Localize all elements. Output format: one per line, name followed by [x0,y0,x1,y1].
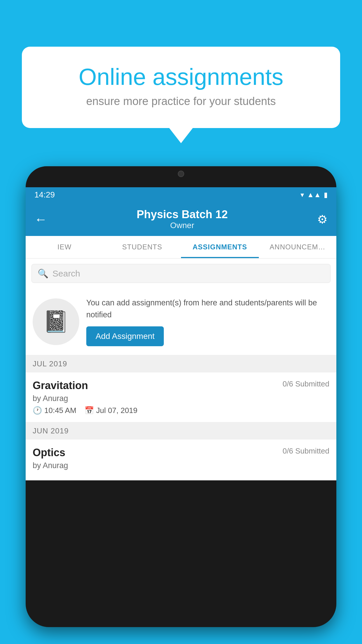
search-placeholder: Search [52,269,80,279]
app-header: ← Physics Batch 12 Owner ⚙ [26,202,336,236]
search-bar-container: 🔍 Search [26,259,336,288]
clock-icon: 🕐 [33,406,42,415]
assignment-name-optics: Optics [33,447,65,459]
speech-bubble: Online assignments ensure more practice … [22,47,340,128]
add-assignment-promo: 📓 You can add assignment(s) from here an… [26,288,336,355]
status-icons: ▾ ▲▲ ▮ [301,191,328,199]
assignment-item-gravitation[interactable]: Gravitation 0/6 Submitted by Anurag 🕐 10… [26,372,336,422]
phone-frame: 14:29 ▾ ▲▲ ▮ ← Physics Batch 12 Owner ⚙ … [26,166,336,644]
phone-notch [152,166,210,181]
assignment-time-value: 10:45 AM [44,406,76,415]
search-icon: 🔍 [38,268,48,279]
phone-screen: 🔍 Search 📓 You can add assignment(s) fro… [26,259,336,480]
battery-icon: ▮ [324,191,328,199]
assignment-by-optics: by Anurag [33,461,329,470]
assignment-date-value: Jul 07, 2019 [96,406,138,415]
phone-bottom [26,480,336,492]
tabs-bar: IEW STUDENTS ASSIGNMENTS ANNOUNCEM… [26,236,336,259]
promo-icon-circle: 📓 [33,298,79,345]
settings-icon[interactable]: ⚙ [317,213,328,226]
header-subtitle: Owner [137,221,228,230]
speech-bubble-container: Online assignments ensure more practice … [22,47,340,128]
assignment-meta-gravitation: 🕐 10:45 AM 📅 Jul 07, 2019 [33,406,329,415]
header-center: Physics Batch 12 Owner [137,208,228,230]
back-button[interactable]: ← [34,212,47,227]
status-bar: 14:29 ▾ ▲▲ ▮ [26,187,336,202]
signal-icon: ▲▲ [307,191,321,199]
bubble-subtitle: ensure more practice for your students [45,95,317,108]
wifi-icon: ▾ [301,191,304,199]
calendar-icon: 📅 [85,406,94,415]
notebook-icon: 📓 [43,309,69,334]
assignment-time-gravitation: 🕐 10:45 AM [33,406,76,415]
section-header-jul: JUL 2019 [26,355,336,372]
assignment-submitted-gravitation: 0/6 Submitted [283,379,329,388]
header-title: Physics Batch 12 [137,208,228,221]
search-bar[interactable]: 🔍 Search [31,264,331,283]
tab-assignments[interactable]: ASSIGNMENTS [181,236,259,258]
status-time: 14:29 [34,190,55,200]
assignment-date-gravitation: 📅 Jul 07, 2019 [85,406,138,415]
bubble-title: Online assignments [45,64,317,90]
camera-dot [178,171,184,177]
assignment-submitted-optics: 0/6 Submitted [283,447,329,456]
phone-outer: 14:29 ▾ ▲▲ ▮ ← Physics Batch 12 Owner ⚙ … [26,166,336,627]
section-header-jun: JUN 2019 [26,422,336,440]
tab-announcements[interactable]: ANNOUNCEM… [259,236,337,258]
optics-row1: Optics 0/6 Submitted [33,447,329,459]
add-assignment-button[interactable]: Add Assignment [86,326,164,346]
assignment-item-optics[interactable]: Optics 0/6 Submitted by Anurag [26,440,336,480]
promo-content: You can add assignment(s) from here and … [86,297,329,346]
promo-text: You can add assignment(s) from here and … [86,297,329,321]
phone-top-bar [26,166,336,187]
tab-iew[interactable]: IEW [26,236,103,258]
tab-students[interactable]: STUDENTS [103,236,181,258]
assignment-row1: Gravitation 0/6 Submitted [33,379,329,392]
assignment-by-gravitation: by Anurag [33,394,329,403]
assignment-name-gravitation: Gravitation [33,379,88,392]
